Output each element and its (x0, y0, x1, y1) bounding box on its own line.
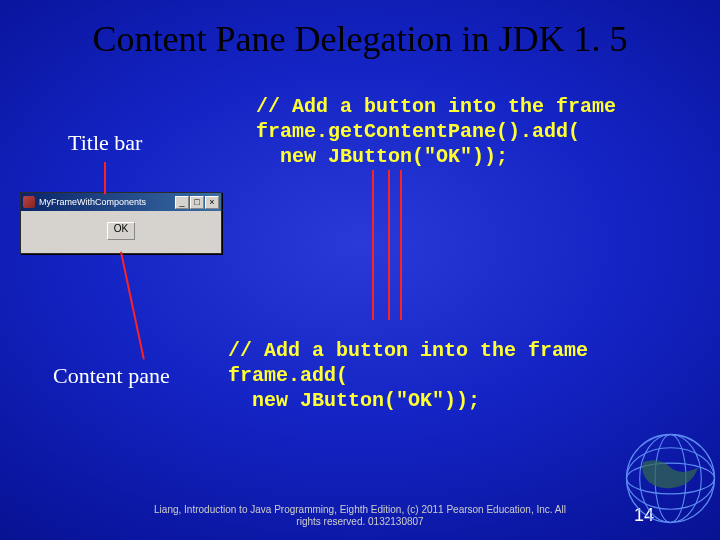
window-titlebar: MyFrameWithComponents _ □ × (21, 193, 221, 211)
footer-line-2: rights reserved. 0132130807 (296, 516, 423, 527)
code1-l3: new JButton("OK")); (256, 145, 508, 168)
footer-line-1: Liang, Introduction to Java Programming,… (154, 504, 566, 515)
arrow-title-bar (104, 162, 106, 194)
footer-citation: Liang, Introduction to Java Programming,… (120, 504, 600, 528)
arrow-content-pane (120, 252, 145, 360)
arrow-code-c (400, 170, 402, 320)
code1-l2: frame.getContentPane().add( (256, 120, 580, 143)
arrow-code-b (388, 170, 390, 320)
code2-l2: frame.add( (228, 364, 348, 387)
example-window: MyFrameWithComponents _ □ × OK (20, 192, 222, 254)
window-control-group: _ □ × (175, 196, 219, 209)
globe-icon (610, 418, 720, 528)
close-button: × (205, 196, 219, 209)
code-block-1: // Add a button into the frame frame.get… (256, 94, 616, 169)
code2-l1: // Add a button into the frame (228, 339, 588, 362)
code-block-2: // Add a button into the frame frame.add… (228, 338, 588, 413)
label-content-pane: Content pane (53, 363, 170, 389)
code1-l1: // Add a button into the frame (256, 95, 616, 118)
java-cup-icon (23, 196, 35, 208)
slide-title: Content Pane Delegation in JDK 1. 5 (0, 18, 720, 60)
window-title-text: MyFrameWithComponents (39, 197, 175, 207)
label-title-bar: Title bar (68, 130, 142, 156)
ok-button: OK (107, 222, 135, 240)
maximize-button: □ (190, 196, 204, 209)
minimize-button: _ (175, 196, 189, 209)
code2-l3: new JButton("OK")); (228, 389, 480, 412)
arrow-code-a (372, 170, 374, 320)
window-content-pane: OK (21, 211, 221, 251)
slide: Content Pane Delegation in JDK 1. 5 Titl… (0, 0, 720, 540)
